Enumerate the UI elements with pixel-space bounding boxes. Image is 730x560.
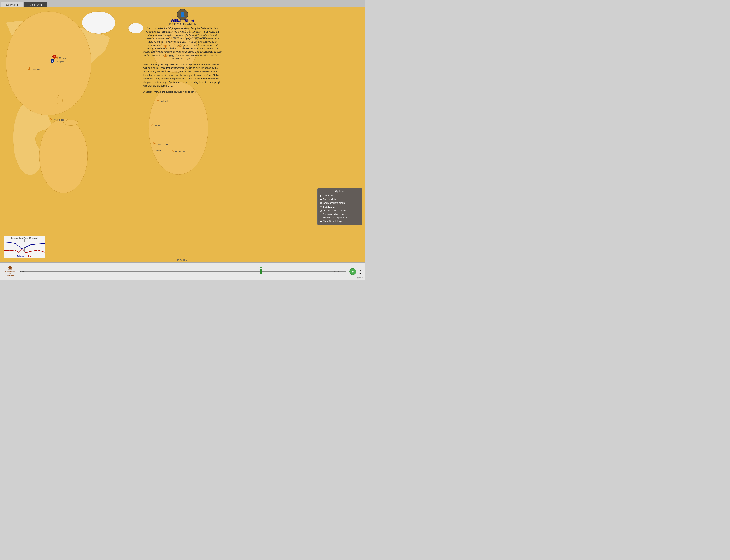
label-african-interior: African Interior — [160, 100, 174, 102]
portrait-icon: 👤 — [179, 12, 186, 18]
timeline-end-year: 1830 — [333, 270, 339, 273]
tab-discourse[interactable]: Discourse — [24, 2, 47, 7]
theme-show-short[interactable]: ▶ Show Short talking — [320, 220, 359, 223]
set-theme-arrow: ▼ — [320, 206, 322, 208]
speed-control: 50 ▲ — [359, 269, 361, 274]
label-senegal: Senegal — [154, 124, 162, 126]
letter-summary: Short concludes that "all the plans of e… — [143, 27, 221, 60]
next-letter-icon: ▶ — [320, 194, 322, 197]
tick-2 — [98, 271, 98, 272]
chart-svg — [4, 239, 45, 256]
location-senegal: ✳ Senegal — [150, 123, 162, 127]
sun-icon-senegal: ✳ — [150, 123, 154, 127]
theme-indian-camp[interactable]: ○ Indian Camp experiment — [320, 216, 359, 219]
sun-icon-african-interior: ✳ — [156, 99, 160, 103]
options-panel: Options ▶ Next letter ◀ Previous letter … — [317, 188, 362, 225]
location-italy: ✳ Italy — [179, 44, 187, 49]
uva-building-icon: 🏛 — [8, 266, 12, 271]
svg-point-4 — [149, 82, 208, 175]
sun-icon-europe: ✳ — [164, 54, 167, 58]
uva-logo: 🏛 UNIVERSITY of VIRGINIA — [4, 266, 17, 277]
location-europe: ✳ Europe — [164, 53, 174, 58]
mini-chart: Expatriation / Forced Removal Jefferson … — [4, 236, 45, 258]
label-holstein: Holstein — [171, 37, 179, 39]
theme-show-short-label: Show Short talking — [323, 220, 341, 223]
svg-point-6 — [128, 23, 143, 33]
next-letter-option[interactable]: ▶ Next letter — [320, 194, 359, 197]
label-virginia: Virginia — [57, 61, 64, 63]
label-italy: Italy — [183, 46, 186, 48]
avatar: 👤 — [177, 9, 188, 20]
show-positions-icon: ☒ — [320, 202, 322, 204]
location-kentucky: ✳ Kentucky — [28, 66, 40, 71]
label-europe: Europe — [168, 55, 174, 57]
svg-point-1 — [6, 12, 91, 115]
prev-letter-label: Previous letter — [323, 198, 337, 201]
theme-emancipation-label: Emancipation schemes — [323, 209, 346, 212]
show-positions-label: Show positions graph — [323, 202, 345, 204]
theme-indian-camp-label: Indian Camp experiment — [322, 216, 347, 219]
sun-icon-eastern-europe: ✳ — [188, 35, 191, 39]
location-maryland: ✳ Maryland — [55, 55, 68, 60]
sun-icon-sierra-leone: ✳ — [153, 141, 156, 145]
svg-point-2 — [39, 119, 87, 193]
radio-indian-camp-icon: ○ — [320, 216, 321, 219]
label-eastern-europe: Eastern Europe — [192, 37, 206, 39]
radio-alt-labor-icon: ○ — [320, 213, 321, 216]
timeline-current-year: 1823 — [258, 266, 263, 269]
label-gold-coast: Gold Coast — [175, 150, 185, 152]
location-holstein: ✳ Holstein — [168, 35, 179, 39]
label-liberia: Liberia — [155, 149, 161, 152]
letter-body1: Notwithstanding my long absence from my … — [143, 63, 221, 88]
sun-icon-holstein: ✳ — [168, 35, 171, 39]
timeline-bar: 🏛 UNIVERSITY of VIRGINIA 1784 1830 1823 … — [0, 262, 365, 280]
tab-storyline[interactable]: StoryLine — [1, 2, 23, 7]
letter-date: 12/14/1825 - Philadelphia — [143, 23, 221, 26]
set-theme-label: ▼ Set theme — [320, 206, 359, 208]
speed-up-icon[interactable]: ▲ — [359, 272, 361, 274]
marker-short: S — [52, 55, 56, 59]
prev-letter-icon: ◀ — [320, 198, 322, 201]
date-stamp: 7/5/12 — [357, 277, 363, 279]
legend-jefferson: Jefferson — [17, 255, 25, 257]
sun-icon-kentucky: ✳ — [28, 67, 31, 71]
label-france: France — [168, 46, 174, 48]
letter-panel: William Short 12/14/1825 - Philadelphia … — [143, 19, 221, 94]
options-title: Options — [320, 190, 359, 193]
speed-value: 50 — [359, 269, 361, 271]
tick-7 — [294, 271, 294, 272]
legend-short: Short — [28, 255, 32, 257]
main-map-area: 👤 William Short 12/14/1825 - Philadelphi… — [0, 7, 365, 262]
letter-body2: A nearer review of the subject however i… — [143, 90, 221, 94]
sun-icon-france: ✳ — [164, 44, 167, 48]
next-letter-label: Next letter — [323, 194, 333, 197]
timeline-bar-block — [260, 269, 262, 274]
marker-jefferson: J — [51, 59, 54, 63]
location-eastern-europe: ✳ Eastern Europe — [188, 35, 206, 39]
location-france: ✳ France — [164, 44, 174, 49]
sun-icon-west-indies: ✳ — [50, 117, 53, 121]
label-kentucky: Kentucky — [32, 68, 40, 70]
tick-4 — [176, 271, 177, 272]
location-gold-coast: ✳ Gold Coast — [171, 149, 185, 153]
svg-point-9 — [63, 120, 78, 126]
letter-sender: William Short — [143, 19, 221, 23]
more-button[interactable]: M O R E — [177, 259, 188, 261]
theme-emancipation[interactable]: ⦿ Emancipation schemes — [320, 209, 359, 212]
uva-text: UNIVERSITY of VIRGINIA — [5, 271, 15, 277]
play-button[interactable]: ▶ — [349, 268, 356, 275]
show-positions-option[interactable]: ☒ Show positions graph — [320, 202, 359, 204]
radio-emancipation-icon: ⦿ — [320, 209, 322, 212]
label-maryland: Maryland — [59, 57, 67, 59]
timeline-start-year: 1784 — [20, 270, 25, 273]
prev-letter-option[interactable]: ◀ Previous letter — [320, 198, 359, 201]
timeline-track[interactable]: 1784 1830 1823 — [20, 269, 346, 274]
sun-icon-gold-coast: ✳ — [171, 149, 174, 153]
theme-alt-labor[interactable]: ○ Alternative labor systems — [320, 213, 359, 216]
svg-point-5 — [82, 12, 115, 34]
timeline-line — [20, 271, 346, 272]
svg-point-10 — [57, 95, 62, 106]
location-virginia: Virginia — [57, 60, 64, 63]
radio-show-short-icon: ▶ — [320, 220, 322, 223]
timeline-current-marker[interactable]: 1823 — [258, 266, 263, 274]
